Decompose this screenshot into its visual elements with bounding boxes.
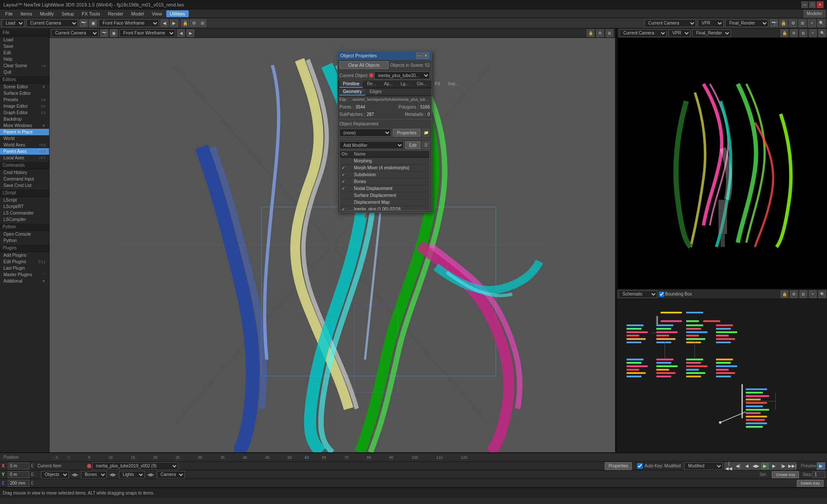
vp-arrow-right[interactable]: ▶ — [170, 19, 178, 27]
schematic-plus-icon[interactable]: + — [809, 290, 817, 298]
render-select[interactable]: Final_Render — [725, 19, 768, 27]
load-dropdown[interactable]: Load — [2, 19, 25, 27]
sidebar-item-lscompiler[interactable]: LSCompiler — [0, 216, 49, 223]
close-button[interactable]: ✕ — [817, 1, 824, 8]
objects-select[interactable]: Objects — [41, 471, 69, 479]
vp-camera-select[interactable]: Current Camera — [51, 29, 99, 37]
dialog-minimize-button[interactable]: — — [416, 53, 422, 59]
schematic-lock-icon[interactable]: 🔒 — [780, 290, 788, 298]
vp-prev-icon[interactable]: ◀ — [177, 29, 185, 37]
replacement-folder-icon[interactable]: 📁 — [422, 129, 430, 137]
sidebar-item-lscript[interactable]: LScript — [0, 197, 49, 203]
sidebar-item-help[interactable]: Help — [0, 56, 49, 62]
sidebar-item-master-plugins[interactable]: Master Plugins° — [0, 271, 49, 278]
camera-select-left[interactable]: Current Camera — [26, 19, 78, 27]
sidebar-item-ls-commander[interactable]: LS Commander — [0, 210, 49, 216]
x-e-icon[interactable]: E — [31, 464, 34, 468]
render-plus-icon[interactable]: + — [809, 29, 817, 37]
cam-icon-right[interactable]: 📷 — [770, 19, 778, 27]
add-modifier-select[interactable]: Add Modifier — [339, 141, 404, 149]
lights-select[interactable]: Lights — [119, 471, 145, 479]
transport-end[interactable]: ▶▶| — [788, 462, 796, 470]
step-input[interactable] — [812, 471, 825, 478]
sidebar-item-command-input[interactable]: Command Input — [0, 176, 49, 182]
transport-next-frame[interactable]: ▶ — [770, 462, 778, 470]
vp-lock-icon[interactable]: 🔒 — [587, 29, 594, 37]
menu-model[interactable]: Model — [127, 10, 147, 17]
modifier-menu-icon[interactable]: ☰ — [422, 141, 430, 149]
current-object-select[interactable]: inertia_plus_tube20... — [374, 72, 430, 79]
current-item-select[interactable]: inertia_plus_tube2019_v002 (9) — [92, 462, 178, 470]
x-axis-input[interactable] — [8, 463, 29, 470]
transport-prev-frame[interactable]: ◀ — [743, 462, 751, 470]
search-icon-right[interactable]: 🔍 — [818, 19, 825, 27]
modifier-row-nodal[interactable]: ✓ Nodal Displacement — [340, 185, 429, 192]
sidebar-item-local-axes[interactable]: Local Axes +F7 — [0, 155, 49, 161]
edit-button[interactable]: Edit — [405, 141, 420, 149]
transport-play[interactable]: ▶ — [761, 462, 769, 470]
modifier-row-subdivision[interactable]: ✓ Subdivision — [340, 171, 429, 178]
render-lock-icon[interactable]: 🔒 — [780, 29, 788, 37]
render-search-icon[interactable]: 🔍 — [818, 29, 826, 37]
tab-inst[interactable]: Inst... — [445, 81, 462, 88]
sidebar-item-world-axes[interactable]: World Axes +F5 — [0, 142, 49, 148]
viewport-icon[interactable]: ▣ — [89, 19, 97, 27]
sidebar-item-presets[interactable]: Presets F8 — [0, 96, 49, 103]
tab-primitive[interactable]: Primitive — [339, 81, 363, 88]
replacement-select[interactable]: (none) — [339, 129, 391, 137]
transport-start[interactable]: |◀◀ — [724, 462, 733, 470]
modeler-button[interactable]: Modeler — [804, 10, 825, 18]
modifier-row-bones[interactable]: ✓ Bones — [340, 178, 429, 185]
minimize-button[interactable]: — — [801, 1, 808, 8]
schematic-grid-icon[interactable]: ⊞ — [799, 290, 807, 298]
vp-mode-icon[interactable]: ▣ — [110, 29, 118, 37]
sidebar-item-graph-editor[interactable]: Graph Editor F2 — [0, 109, 49, 116]
main-viewport[interactable]: Current Camera 📷 ▣ Front Face Wireframe … — [50, 28, 616, 452]
tab-fx[interactable]: FX — [431, 81, 444, 88]
sidebar-item-scene-editor[interactable]: Scene Editor ▼ — [0, 84, 49, 90]
sidebar-item-additional[interactable]: Additional ▼ — [0, 278, 49, 284]
vp-next-icon[interactable]: ▶ — [187, 29, 194, 37]
menu-setup[interactable]: Setup — [58, 10, 78, 17]
sidebar-item-load[interactable]: Load — [0, 37, 49, 43]
schematic-select[interactable]: Schematic — [619, 290, 657, 298]
sidebar-item-world[interactable]: World — [0, 135, 49, 142]
render-final-select[interactable]: Final_Render — [692, 29, 731, 37]
vp-settings-icon[interactable]: ⚙ — [596, 29, 604, 37]
modifier-row-morphing[interactable]: Morphing — [340, 158, 429, 165]
vp-mode-select[interactable]: Front Face Wireframe — [119, 29, 175, 37]
sidebar-item-edit-plugins[interactable]: Edit Plugins°F11 — [0, 258, 49, 265]
sidebar-item-parent-axes[interactable]: Parent Axes +F6 — [0, 148, 49, 155]
schematic-viewport[interactable]: Schematic Bounding Box 🔒 ⚙ ⊞ + 🔍 — [617, 289, 827, 452]
menu-fx-tools[interactable]: FX Tools — [78, 10, 104, 17]
delete-key-button[interactable]: Delete Key — [797, 480, 824, 487]
menu-modify[interactable]: Modify — [37, 10, 57, 17]
viewport-mode-select[interactable]: Front Face Wireframe — [99, 19, 159, 27]
tab-glo[interactable]: Glo... — [414, 81, 431, 88]
sidebar-item-lscript-rt[interactable]: LScript/RT — [0, 203, 49, 210]
vp-arrow-left[interactable]: ◀ — [161, 19, 168, 27]
menu-render[interactable]: Render — [104, 10, 127, 17]
settings-icon[interactable]: ⚙ — [190, 19, 198, 27]
sidebar-item-add-plugins[interactable]: Add Plugins — [0, 252, 49, 258]
dialog-close-button[interactable]: ✕ — [423, 53, 429, 59]
sidebar-item-save-cmd-list[interactable]: Save Cmd List — [0, 182, 49, 189]
modifier-row-disp-map[interactable]: Displacement Map — [340, 199, 429, 206]
sidebar-item-open-console[interactable]: Open Console — [0, 231, 49, 237]
auto-key-checkbox[interactable] — [637, 463, 643, 469]
sidebar-item-more-windows[interactable]: More Windows ▼ — [0, 122, 49, 129]
vp-maximize-icon[interactable]: ⊞ — [606, 29, 613, 37]
maximize-button[interactable]: □ — [809, 1, 816, 8]
plus-icon-right[interactable]: + — [808, 19, 816, 27]
clear-all-objects-button[interactable]: Clear All Objects — [339, 61, 389, 69]
sidebar-item-last-plugin[interactable]: Last Plugin — [0, 265, 49, 271]
render-camera-select[interactable]: Current Camera — [619, 29, 667, 37]
y-axis-input[interactable] — [8, 471, 29, 478]
grid-icon-right[interactable]: ⊞ — [799, 19, 806, 27]
create-key-button[interactable]: Create Key — [772, 471, 799, 478]
camera-select-right[interactable]: Current Camera — [644, 19, 696, 27]
schematic-settings-icon[interactable]: ⚙ — [790, 290, 798, 298]
sidebar-item-clear-scene[interactable]: Clear Scene +4 — [0, 62, 49, 69]
z-e-icon[interactable]: E — [31, 481, 34, 485]
transport-prev-key[interactable]: ◀| — [734, 462, 742, 470]
